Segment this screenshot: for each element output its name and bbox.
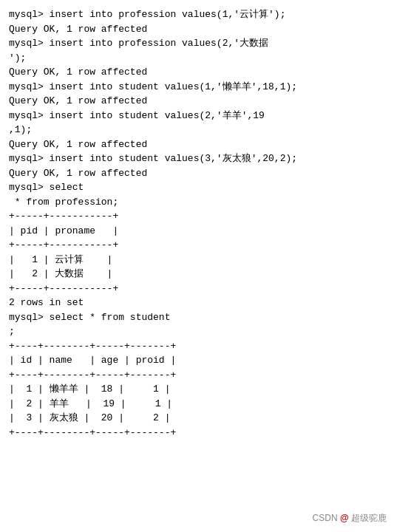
terminal-line: '); (9, 51, 385, 66)
terminal-line: 2 rows in set (9, 296, 385, 310)
watermark-icon: @ (340, 513, 349, 523)
terminal-line: mysql> insert into student values(1,'懒羊羊… (9, 80, 385, 95)
terminal-line: | 2 | 大数据 | (9, 267, 385, 282)
terminal-line: mysql> select * from student (9, 310, 385, 325)
terminal-line: mysql> insert into profession values(2,'… (9, 36, 385, 51)
terminal-line: +-----+-----------+ (9, 238, 385, 253)
watermark-csdn: CSDN (313, 513, 338, 523)
watermark-user: 超级驼鹿 (351, 513, 387, 523)
terminal-line: mysql> insert into student values(2,'羊羊'… (9, 109, 385, 123)
terminal-line: Query OK, 1 row affected (9, 137, 385, 152)
terminal-line: mysql> select (9, 180, 385, 195)
terminal-line: +----+--------+-----+-------+ (9, 368, 385, 383)
terminal-line: | 1 | 云计算 | (9, 253, 385, 267)
terminal-line: ,1); (9, 123, 385, 137)
terminal-line: +-----+-----------+ (9, 282, 385, 296)
terminal-line: +----+--------+-----+-------+ (9, 426, 385, 440)
terminal-line: mysql> insert into student values(3,'灰太狼… (9, 151, 385, 166)
terminal-line: * from profession; (9, 195, 385, 210)
terminal-line: +-----+-----------+ (9, 209, 385, 224)
terminal-line: Query OK, 1 row affected (9, 94, 385, 109)
terminal-line: Query OK, 1 row affected (9, 65, 385, 80)
terminal-output: mysql> insert into profession values(1,'… (9, 7, 385, 440)
terminal-line: | 3 | 灰太狼 | 20 | 2 | (9, 411, 385, 426)
terminal-line: | id | name | age | proid | (9, 353, 385, 368)
watermark: CSDN @ 超级驼鹿 (313, 512, 387, 525)
terminal-line: | pid | proname | (9, 224, 385, 239)
terminal-line: Query OK, 1 row affected (9, 166, 385, 181)
terminal-line: | 2 | 羊羊 | 19 | 1 | (9, 397, 385, 412)
terminal-line: Query OK, 1 row affected (9, 22, 385, 37)
terminal-line: +----+--------+-----+-------+ (9, 339, 385, 354)
terminal-line: | 1 | 懒羊羊 | 18 | 1 | (9, 382, 385, 397)
terminal-line: ; (9, 324, 385, 339)
terminal-line: mysql> insert into profession values(1,'… (9, 7, 385, 22)
